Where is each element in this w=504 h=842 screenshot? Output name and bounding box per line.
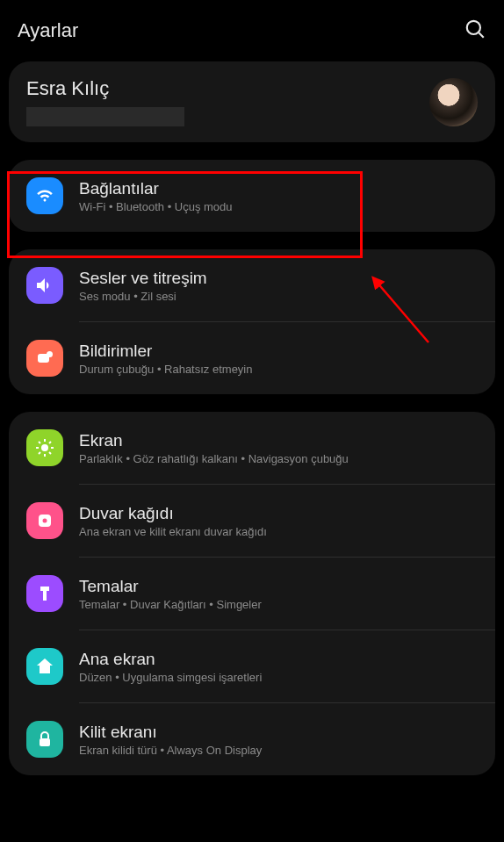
- row-subtitle: Durum çubuğu • Rahatsız etmeyin: [79, 363, 478, 376]
- row-subtitle: Wi-Fi • Bluetooth • Uçuş modu: [79, 200, 478, 213]
- svg-point-3: [47, 351, 53, 357]
- svg-line-12: [49, 442, 51, 443]
- settings-row-themes[interactable]: Temalar Temalar • Duvar Kağıtları • Simg…: [9, 558, 495, 630]
- svg-point-4: [41, 444, 48, 451]
- row-title: Bildirimler: [79, 342, 478, 361]
- row-subtitle: Temalar • Duvar Kağıtları • Simgeler: [79, 598, 478, 611]
- notification-icon: [26, 340, 63, 377]
- sound-icon: [26, 267, 63, 304]
- svg-line-11: [39, 452, 40, 454]
- row-title: Duvar kağıdı: [79, 504, 478, 523]
- brightness-icon: [26, 429, 63, 466]
- row-title: Bağlantılar: [79, 179, 478, 198]
- settings-section: Bağlantılar Wi-Fi • Bluetooth • Uçuş mod…: [9, 160, 495, 232]
- settings-row-connections[interactable]: Bağlantılar Wi-Fi • Bluetooth • Uçuş mod…: [9, 160, 495, 232]
- svg-point-0: [467, 21, 480, 34]
- svg-line-9: [39, 442, 40, 443]
- settings-row-wallpaper[interactable]: Duvar kağıdı Ana ekran ve kilit ekranı d…: [9, 485, 495, 557]
- settings-row-sounds[interactable]: Sesler ve titreşim Ses modu • Zil sesi: [9, 249, 495, 321]
- svg-line-10: [49, 452, 51, 454]
- avatar: [429, 78, 478, 126]
- search-icon[interactable]: [464, 18, 486, 44]
- lock-icon: [26, 721, 63, 758]
- page-title: Ayarlar: [18, 19, 78, 42]
- row-subtitle: Ana ekran ve kilit ekranı duvar kağıdı: [79, 525, 478, 538]
- row-title: Temalar: [79, 577, 478, 596]
- row-title: Ekran: [79, 431, 478, 450]
- row-subtitle: Ses modu • Zil sesi: [79, 290, 478, 303]
- wallpaper-icon: [26, 502, 63, 539]
- profile-name: Esra Kılıç: [26, 77, 184, 100]
- settings-row-notifications[interactable]: Bildirimler Durum çubuğu • Rahatsız etme…: [9, 322, 495, 394]
- profile-card[interactable]: Esra Kılıç: [9, 61, 495, 142]
- row-subtitle: Parlaklık • Göz rahatlığı kalkanı • Navi…: [79, 452, 478, 465]
- row-title: Ana ekran: [79, 650, 478, 669]
- settings-section: Sesler ve titreşim Ses modu • Zil sesi B…: [9, 249, 495, 394]
- settings-row-homescreen[interactable]: Ana ekran Düzen • Uygulama simgesi işare…: [9, 630, 495, 702]
- wifi-icon: [26, 177, 63, 214]
- svg-rect-15: [40, 738, 50, 746]
- row-subtitle: Düzen • Uygulama simgesi işaretleri: [79, 671, 478, 684]
- themes-icon: [26, 575, 63, 612]
- settings-section: Ekran Parlaklık • Göz rahatlığı kalkanı …: [9, 412, 495, 775]
- settings-row-display[interactable]: Ekran Parlaklık • Göz rahatlığı kalkanı …: [9, 412, 495, 484]
- row-subtitle: Ekran kilidi türü • Always On Display: [79, 744, 478, 757]
- svg-point-14: [43, 519, 47, 523]
- profile-subtext-redacted: [26, 107, 184, 126]
- row-title: Sesler ve titreşim: [79, 269, 478, 288]
- row-title: Kilit ekranı: [79, 723, 478, 742]
- home-icon: [26, 648, 63, 685]
- svg-line-1: [479, 32, 483, 37]
- settings-row-lockscreen[interactable]: Kilit ekranı Ekran kilidi türü • Always …: [9, 703, 495, 775]
